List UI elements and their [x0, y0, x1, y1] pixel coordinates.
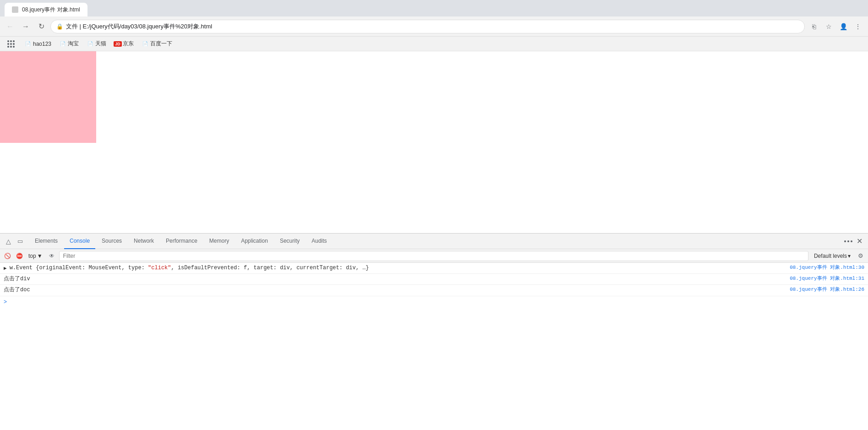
pink-div[interactable] — [0, 51, 96, 143]
inspect-element-icon[interactable]: △ — [4, 237, 13, 246]
back-button[interactable]: ← — [4, 20, 16, 33]
reload-button[interactable]: ↻ — [35, 20, 48, 33]
baidu-favicon: 📄 — [142, 41, 148, 47]
taobao-favicon: 📄 — [60, 41, 66, 47]
context-arrow: ▼ — [37, 253, 43, 259]
console-line: 点击了doc 08.jquery事件 对象.html:26 — [0, 285, 868, 296]
jd-label: 京东 — [123, 40, 134, 48]
forward-icon: → — [22, 22, 29, 31]
baidu-label: 百度一下 — [150, 40, 172, 48]
address-bar: ← → ↻ 🔒 文件 | E:/jQuery代码/day03/08.jquery… — [0, 16, 868, 37]
reload-icon: ↻ — [38, 22, 44, 31]
tab-console[interactable]: Console — [64, 234, 95, 249]
tab-title: 08.jquery事件 对象.html — [22, 6, 80, 14]
address-input-wrap[interactable]: 🔒 文件 | E:/jQuery代码/day03/08.jquery事件%20对… — [50, 20, 805, 33]
profile-icon: 👤 — [840, 23, 847, 30]
tab-bar: 08.jquery事件 对象.html — [0, 0, 868, 16]
bookmark-baidu[interactable]: 📄 百度一下 — [138, 38, 176, 49]
taobao-label: 淘宝 — [68, 40, 79, 48]
tab-application[interactable]: Application — [235, 234, 273, 249]
console-text: w.Event {originalEvent: MouseEvent, type… — [10, 264, 790, 272]
console-output: ▶ w.Event {originalEvent: MouseEvent, ty… — [0, 263, 868, 430]
page-content — [0, 51, 868, 233]
levels-arrow: ▾ — [848, 253, 851, 259]
tab-security[interactable]: Security — [274, 234, 305, 249]
apps-bookmark[interactable] — [4, 38, 20, 49]
dots-menu — [844, 240, 852, 242]
jd-favicon: JD — [115, 41, 121, 47]
devtools-left-icons: △ ▭ — [4, 237, 25, 246]
browser-window: 08.jquery事件 对象.html ← → ↻ 🔒 文件 | E:/jQue… — [0, 0, 868, 430]
devtools-panel: △ ▭ Elements Console Sources Network Per… — [0, 233, 868, 430]
clear-console-button[interactable]: 🚫 — [3, 251, 12, 261]
console-toolbar: 🚫 ⛔ top ▼ 👁 Default levels ▾ ⚙ — [0, 249, 868, 263]
expand-arrow[interactable]: ▶ — [4, 265, 7, 271]
profile-button[interactable]: 👤 — [837, 20, 850, 33]
levels-label: Default levels — [814, 253, 847, 259]
bookmark-star-button[interactable]: ☆ — [822, 20, 835, 33]
console-input[interactable] — [11, 299, 864, 305]
context-value: top — [28, 253, 36, 259]
devtools-tab-actions: ✕ — [844, 237, 864, 246]
default-levels-dropdown[interactable]: Default levels ▾ — [811, 252, 853, 260]
bookmark-taobao[interactable]: 📄 淘宝 — [56, 38, 82, 49]
console-text: 点击了doc — [4, 286, 790, 294]
tianmao-favicon: 📄 — [87, 41, 93, 47]
forward-button[interactable]: → — [19, 20, 32, 33]
tab-network[interactable]: Network — [128, 234, 159, 249]
tab-audits[interactable]: Audits — [306, 234, 332, 249]
console-line: 点击了div 08.jquery事件 对象.html:31 — [0, 274, 868, 285]
filter-input[interactable] — [59, 251, 808, 261]
tab-sources[interactable]: Sources — [96, 234, 127, 249]
console-text: 点击了div — [4, 275, 790, 283]
console-link[interactable]: 08.jquery事件 对象.html:31 — [790, 275, 864, 282]
console-prompt: > — [4, 299, 7, 305]
lock-icon: 🔒 — [56, 23, 63, 30]
translate-button[interactable]: ⎗ — [808, 20, 820, 33]
context-selector[interactable]: top ▼ — [27, 252, 44, 260]
hao123-favicon: 📄 — [25, 41, 31, 47]
bookmark-hao123[interactable]: 📄 hao123 — [21, 39, 55, 49]
preserve-log-button[interactable]: ⛔ — [15, 251, 24, 261]
bookmark-tianmao[interactable]: 📄 天猫 — [83, 38, 110, 49]
console-link[interactable]: 08.jquery事件 对象.html:26 — [790, 286, 864, 293]
apps-grid-icon — [7, 40, 15, 48]
browser-actions: ⎗ ☆ 👤 ⋮ — [808, 20, 864, 33]
close-devtools-button[interactable]: ✕ — [855, 237, 864, 245]
console-line: ▶ w.Event {originalEvent: MouseEvent, ty… — [0, 263, 868, 274]
device-mode-icon[interactable]: ▭ — [16, 237, 25, 246]
more-tabs-icon[interactable] — [844, 237, 853, 246]
console-input-line: > — [0, 296, 868, 307]
devtools-header: △ ▭ Elements Console Sources Network Per… — [0, 234, 868, 249]
bookmark-jd[interactable]: JD 京东 — [111, 38, 137, 49]
address-text: 文件 | E:/jQuery代码/day03/08.jquery事件%20对象.… — [66, 22, 799, 31]
tab-memory[interactable]: Memory — [204, 234, 235, 249]
tab-elements[interactable]: Elements — [29, 234, 63, 249]
tab-favicon — [12, 6, 18, 13]
kebab-menu-icon: ⋮ — [855, 23, 861, 30]
star-icon: ☆ — [826, 23, 832, 30]
tab-performance[interactable]: Performance — [160, 234, 203, 249]
browser-tab[interactable]: 08.jquery事件 对象.html — [5, 3, 87, 16]
bookmarks-bar: 📄 hao123 📄 淘宝 📄 天猫 JD 京东 📄 百度一下 — [0, 37, 868, 51]
console-settings-button[interactable]: ⚙ — [856, 251, 865, 261]
hao123-label: hao123 — [33, 41, 51, 47]
eye-icon[interactable]: 👁 — [47, 251, 56, 261]
translate-icon: ⎗ — [812, 23, 816, 30]
menu-button[interactable]: ⋮ — [852, 20, 864, 33]
tianmao-label: 天猫 — [95, 40, 106, 48]
console-link[interactable]: 08.jquery事件 对象.html:30 — [790, 264, 864, 271]
back-icon: ← — [6, 22, 14, 31]
